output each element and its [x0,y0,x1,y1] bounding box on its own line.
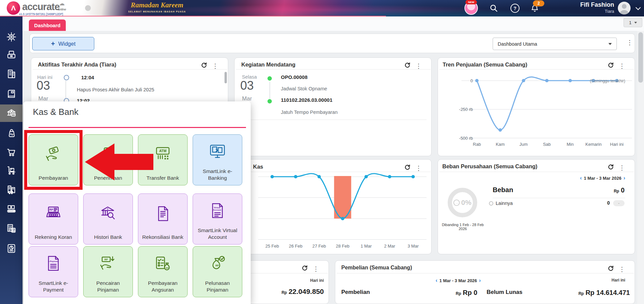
toolbar-kebab-menu-button[interactable]: ⋮ [627,39,633,46]
sidebar-item-company[interactable] [0,65,22,83]
kebab-menu-button[interactable]: ⋮ [212,63,218,69]
svg-text:Sab: Sab [543,142,551,147]
chevron-right-icon[interactable]: › [479,277,481,284]
page-indicator[interactable]: 1 [624,18,642,27]
refresh-button[interactable] [404,164,411,172]
kebab-menu-button[interactable]: ⋮ [619,165,625,171]
sidebar-item-tax[interactable]: TAX [0,220,22,237]
chevron-left-icon[interactable]: ‹ [436,277,437,284]
sidebar-item-bank[interactable] [0,104,22,122]
add-widget-button[interactable]: + Widget [32,37,94,50]
dashboard-select[interactable]: Dashboard Utama [493,38,617,50]
date-range-nav[interactable]: ‹ 1 Mar - 3 Mar 2026 › [580,175,625,181]
tile-rekonsiliasi-bank[interactable]: Rekonsiliasi Bank [138,193,188,245]
app-version: v1.0.1#3779-587261 [3499P12DP] [19,12,63,16]
loan-payoff-icon: RP [208,247,227,280]
arrow-right-icon: → [453,200,460,206]
tax-icon: TAX [6,223,17,234]
chevron-down-icon [634,22,637,24]
kebab-menu-button[interactable]: ⋮ [415,165,422,171]
bank-search-icon [99,194,117,234]
tile-label: Pencairan Pinjaman [84,280,133,293]
main-sidebar: RpTAX [0,16,22,304]
panel-scrollbar-thumb[interactable] [225,72,227,83]
user-avatar[interactable] [618,2,631,14]
tile-pencairan-pinjaman[interactable]: RPPencairan Pinjaman [83,246,133,297]
user-menu-chevron-icon[interactable] [636,6,640,9]
panel-beban-perusahaan: Beban Perusahaan (Semua Cabang) ⋮ ‹ 1 Ma… [438,159,635,254]
svg-text:-500 rb: -500 rb [459,136,473,141]
date-range: 1 Mar - 3 Mar 2026 [439,278,477,283]
kebab-menu-button[interactable]: ⋮ [619,266,625,272]
sidebar-item-purchase-cart[interactable] [0,143,22,161]
sidebar-item-gear[interactable] [0,28,22,46]
kebab-menu-button[interactable]: ⋮ [313,266,319,272]
user-name: Tiara [550,9,614,14]
belum-lunas-value: Rp Rp 14.614.471 [579,289,630,297]
event-code[interactable]: OPO.00008 [281,74,307,80]
tile-smartlink-e-payment[interactable]: e-PaymentSmartLink e-Payment [29,246,78,297]
sidebar-item-journal[interactable] [0,85,22,103]
date-range-nav[interactable]: ‹ 1 Mar - 3 Mar 2026 › [436,277,481,284]
logo-online-label: online [58,8,66,11]
sidebar-item-manufacture[interactable] [0,200,22,218]
tile-label: SmartLink Virtual Account [193,227,242,240]
svg-text:0: 0 [470,78,473,83]
tile-pelunasan-pinjaman[interactable]: RPPelunasan Pinjaman [193,246,242,297]
search-icon[interactable] [489,4,498,14]
atm-icon: ATM [154,135,172,175]
refresh-icon [301,265,308,271]
svg-text:Kam: Kam [496,142,505,147]
sidebar-item-cash-register[interactable] [0,46,22,63]
panel-actions: ⋮ [607,164,625,172]
sidebar-item-inventory[interactable] [0,162,22,179]
help-icon[interactable]: ? [510,4,519,13]
tile-label: SmartLink e-Payment [29,280,78,293]
legend-label: Lainnya [496,201,513,206]
tile-pembayaran-angsuran[interactable]: RPPembayaran Angsuran [138,246,188,297]
panel-pembelian: Pembelian (Semua Cabang) ⋮ ‹ 1 Mar - 3 M… [335,260,635,304]
sidebar-item-report[interactable] [0,240,22,257]
tile-histori-bank[interactable]: Histori Bank [83,193,133,245]
day-month: Mar [36,95,51,102]
company-icon [6,69,17,79]
page-scrollbar-thumb[interactable] [638,32,643,83]
tile-rekening-koran[interactable]: RPRekening Koran [29,193,78,245]
legend-dot [489,201,493,206]
kas-total-value: Rp 22.049.850 [282,288,324,296]
panel-actions: ⋮ [404,62,422,70]
tab-dashboard[interactable]: Dashboard [29,19,66,31]
beban-label: Beban [493,186,513,194]
refresh-button[interactable] [607,265,614,273]
panel-actions: ⋮ [201,62,218,70]
tile-smartlink-e-banking[interactable]: SmartLink e-Banking [193,134,242,185]
refresh-icon [607,62,614,69]
tile-label: Histori Bank [92,234,124,240]
tile-smartlink-virtual-account[interactable]: VirtualAccountSmartLink Virtual Account [193,193,242,245]
popup-title-underline [29,127,246,128]
chevron-left-icon[interactable]: ‹ [580,175,582,181]
chevron-right-icon[interactable]: › [624,175,625,181]
svg-text:Min: Min [567,142,574,147]
timeline-dot [64,75,69,80]
sidebar-item-asset[interactable] [0,181,22,199]
dashboard-toolbar: + Widget Dashboard Utama ⋮ [30,34,635,53]
refresh-button[interactable] [301,265,308,273]
day-number: 03 [36,79,51,93]
kebab-menu-button[interactable]: ⋮ [619,63,625,69]
tile-label: Rekonsiliasi Bank [140,234,185,240]
logo-text: accurate [22,1,59,12]
panel-tren-penjualan: 0-250 rb-500 rbRabKamJumSabMinKemarinHar… [438,57,635,156]
panel-title: Pembelian (Semua Cabang) [341,265,412,271]
refresh-button[interactable] [607,164,614,172]
sidebar-item-sales[interactable]: Rp [0,124,22,142]
purchase-cart-icon [6,147,17,158]
refresh-button[interactable] [404,62,411,70]
event-dot [267,76,272,81]
sales-icon: Rp [6,128,17,138]
refresh-button[interactable] [201,62,207,70]
event-desc: Jatuh Tempo Pembayaran [281,110,338,115]
refresh-button[interactable] [607,62,614,70]
kebab-menu-button[interactable]: ⋮ [415,63,422,69]
event-code[interactable]: 110102.2026.03.00001 [281,97,333,103]
